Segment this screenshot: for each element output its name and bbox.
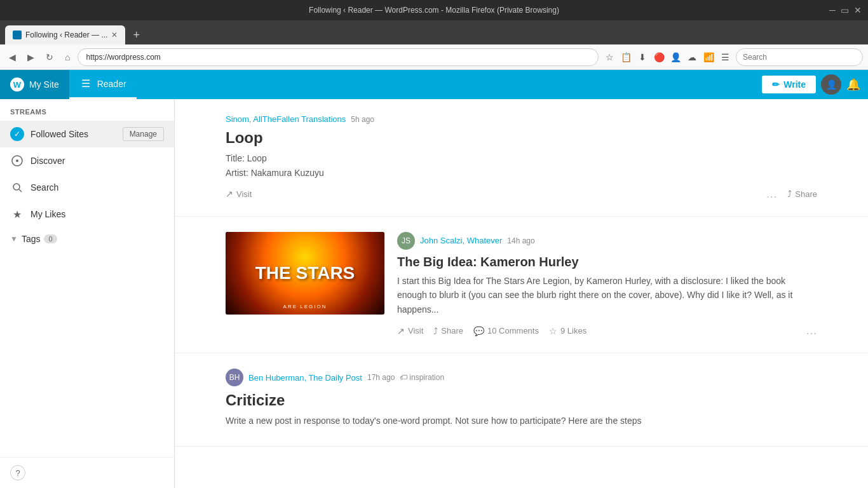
star-icon: ☆	[549, 326, 557, 336]
tags-label: Tags	[22, 234, 41, 244]
followed-sites-check-icon: ✓	[10, 127, 24, 141]
wifi-icon[interactable]: 📶	[702, 50, 715, 64]
external-link-icon: ↗	[226, 189, 233, 199]
minimize-icon[interactable]: ─	[829, 5, 836, 15]
wordpress-app: W My Site ☰ Reader ✏ Write 👤 🔔 Streams ✓…	[0, 70, 868, 488]
window-controls[interactable]: ─ ▭ ✕	[829, 5, 862, 15]
browser-tabbar: Following ‹ Reader — ... ✕ +	[0, 20, 868, 44]
browser-toolbar: ◀ ▶ ↻ ⌂ ☆ 📋 ⬇ 🔴 👤 ☁ 📶 ☰	[0, 44, 868, 70]
avatar-icon[interactable]: 👤	[668, 50, 682, 64]
notifications-bell-icon[interactable]: 🔔	[846, 78, 860, 92]
post-card-kameron-hurley: THE STARS ARE LEGION JS John Scalzi, Wha…	[175, 217, 868, 353]
post-avatar-3: BH	[226, 369, 243, 386]
wp-sidebar: Streams ✓ Followed Sites Manage Discover	[0, 99, 175, 488]
tag-icon: 🏷	[400, 373, 407, 382]
menu-icon[interactable]: ☰	[718, 50, 732, 64]
tab-favicon	[13, 30, 22, 39]
post-time-1: 5h ago	[351, 115, 374, 124]
share-button-2[interactable]: ⤴ Share	[433, 326, 463, 336]
tags-chevron-icon: ▼	[10, 234, 18, 243]
browser-search-input[interactable]	[736, 48, 863, 66]
post-tag-3: 🏷 inspiration	[400, 373, 444, 382]
sidebar-item-discover[interactable]: Discover	[0, 147, 174, 174]
refresh-button[interactable]: ↻	[42, 50, 57, 65]
help-icon[interactable]: ?	[10, 465, 25, 480]
new-tab-button[interactable]: +	[128, 25, 145, 44]
post-body-1: Title: Loop Artist: Nakamura Kuzuyu	[226, 151, 817, 180]
close-icon[interactable]: ✕	[854, 5, 862, 15]
post-source-link-2[interactable]: John Scalzi, Whatever	[420, 236, 502, 245]
post-title-3: Criticize	[226, 390, 817, 410]
post-meta-1: Sinom, AllTheFallen Translations 5h ago	[226, 114, 817, 124]
svg-point-2	[13, 184, 20, 190]
download-icon[interactable]: ⬇	[635, 50, 649, 64]
post-source-link-1[interactable]: Sinom, AllTheFallen Translations	[226, 114, 346, 124]
toolbar-icons: ☆ 📋 ⬇ 🔴 👤 ☁ 📶 ☰	[602, 50, 732, 64]
post-dots-menu-2[interactable]: …	[806, 324, 817, 337]
sidebar-tags-section[interactable]: ▼ Tags 0	[0, 227, 174, 250]
manage-button[interactable]: Manage	[123, 127, 164, 141]
post-content-2: JS John Scalzi, Whatever 14h ago The Big…	[397, 232, 817, 337]
discover-label: Discover	[31, 156, 65, 166]
post-source-link-3[interactable]: Ben Huberman, The Daily Post	[248, 373, 362, 383]
bookmark-icon[interactable]: ☆	[602, 50, 616, 64]
my-site-button[interactable]: W My Site	[0, 70, 69, 99]
address-bar[interactable]	[78, 48, 599, 66]
reader-icon: ☰	[79, 78, 92, 90]
sidebar-item-my-likes[interactable]: ★ My Likes	[0, 201, 174, 227]
share-icon-2: ⤴	[433, 326, 438, 336]
write-button[interactable]: ✏ Write	[762, 76, 816, 93]
tab-label: Following ‹ Reader — ...	[25, 30, 107, 39]
browser-title: Following ‹ Reader — WordPress.com - Moz…	[309, 6, 559, 15]
tab-close-button[interactable]: ✕	[111, 30, 118, 39]
sidebar-item-followed-sites[interactable]: ✓ Followed Sites Manage	[0, 121, 174, 147]
reader-mode-icon[interactable]: 📋	[619, 50, 633, 64]
discover-icon	[10, 154, 24, 168]
extensions-icon[interactable]: 🔴	[652, 50, 666, 64]
visit-button-1[interactable]: ↗ Visit	[226, 189, 252, 199]
post-meta-3: BH Ben Huberman, The Daily Post 17h ago …	[226, 369, 817, 386]
post-time-3: 17h ago	[367, 373, 395, 382]
maximize-icon[interactable]: ▭	[841, 5, 849, 15]
post-card-criticize: BH Ben Huberman, The Daily Post 17h ago …	[175, 353, 868, 447]
user-avatar[interactable]: 👤	[821, 74, 841, 95]
post-body-2: I start this Big Idea for The Stars Are …	[397, 274, 817, 316]
share-button-1[interactable]: ⤴ Share	[787, 189, 817, 199]
followed-sites-label: Followed Sites	[31, 129, 88, 139]
tags-count-badge: 0	[44, 234, 57, 243]
my-site-label: My Site	[29, 79, 59, 90]
my-likes-label: My Likes	[31, 209, 65, 219]
browser-tab-active[interactable]: Following ‹ Reader — ... ✕	[5, 25, 125, 44]
svg-point-1	[16, 159, 18, 162]
post-time-2: 14h ago	[507, 236, 534, 245]
post-image-text: THE STARS	[255, 264, 355, 283]
search-label: Search	[31, 182, 58, 193]
wp-logo-icon: W	[10, 78, 24, 92]
comments-button-2[interactable]: 💬 10 Comments	[473, 326, 539, 336]
streams-section-label: Streams	[0, 99, 174, 121]
write-icon: ✏	[772, 79, 780, 90]
visit-button-2[interactable]: ↗ Visit	[397, 326, 423, 336]
post-actions-1: ↗ Visit … ⤴ Share	[226, 187, 817, 201]
comment-icon: 💬	[473, 326, 484, 336]
sidebar-help: ?	[0, 457, 174, 488]
wp-main: Streams ✓ Followed Sites Manage Discover	[0, 99, 868, 488]
post-actions-2: ↗ Visit ⤴ Share 💬 10 Comments ☆	[397, 324, 817, 337]
post-thumbnail-2: THE STARS ARE LEGION	[226, 232, 384, 315]
my-likes-star-icon: ★	[10, 207, 24, 221]
post-meta-2: JS John Scalzi, Whatever 14h ago	[397, 232, 817, 250]
svg-line-3	[19, 189, 22, 192]
reader-button[interactable]: ☰ Reader	[69, 70, 137, 99]
post-dots-menu-1[interactable]: …	[766, 187, 777, 201]
post-card-loop: Sinom, AllTheFallen Translations 5h ago …	[175, 99, 868, 217]
forward-button[interactable]: ▶	[24, 50, 38, 65]
home-button[interactable]: ⌂	[61, 50, 74, 65]
header-right: ✏ Write 👤 🔔	[762, 74, 868, 95]
likes-button-2[interactable]: ☆ 9 Likes	[549, 326, 587, 336]
reader-label: Reader	[97, 79, 126, 89]
wp-content: Sinom, AllTheFallen Translations 5h ago …	[175, 99, 868, 488]
sync-icon[interactable]: ☁	[685, 50, 699, 64]
back-button[interactable]: ◀	[5, 50, 20, 65]
write-label: Write	[783, 79, 806, 90]
sidebar-item-search[interactable]: Search	[0, 174, 174, 201]
